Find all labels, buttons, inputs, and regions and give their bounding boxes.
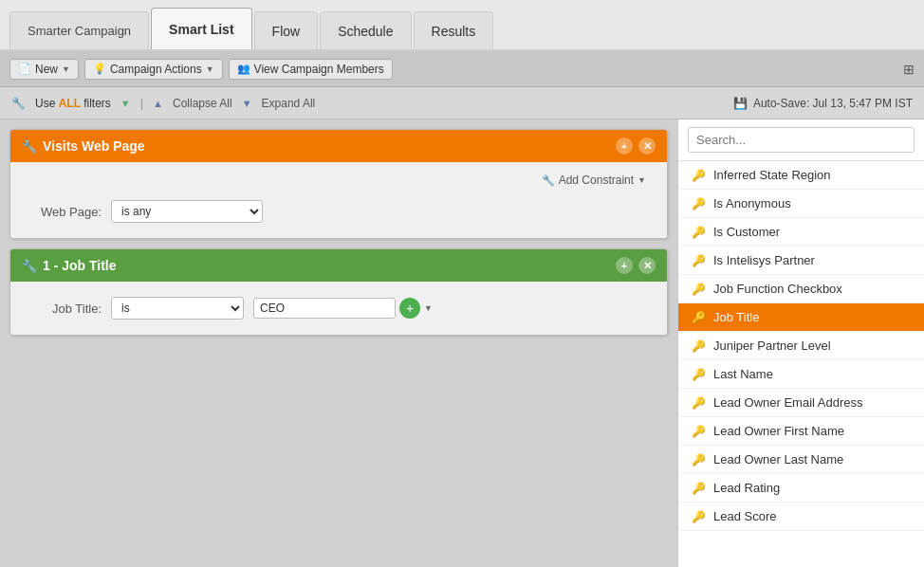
list-item-last-name[interactable]: 🔑 Last Name bbox=[678, 360, 924, 389]
item-icon-0: 🔑 bbox=[692, 169, 706, 182]
list-item-lead-owner-first[interactable]: 🔑 Lead Owner First Name bbox=[678, 417, 924, 446]
filter-1-close-btn[interactable]: ✕ bbox=[638, 137, 656, 155]
filter-icon: 🔧 bbox=[11, 97, 26, 110]
filter-toggle-icon[interactable]: ▼ bbox=[120, 98, 131, 109]
tab-smarter-campaign[interactable]: Smarter Campaign bbox=[9, 11, 149, 49]
filter-2-title: 1 - Job Title bbox=[43, 258, 610, 273]
job-title-add-value-btn[interactable]: + bbox=[399, 298, 420, 319]
job-title-operator[interactable]: is bbox=[111, 297, 244, 320]
add-constraint-btn[interactable]: 🔧 Add Constraint ▼ bbox=[536, 172, 652, 189]
item-icon-2: 🔑 bbox=[692, 226, 706, 239]
item-icon-1: 🔑 bbox=[692, 197, 706, 210]
item-icon-5: 🔑 bbox=[692, 311, 706, 324]
floppy-icon: 💾 bbox=[733, 97, 748, 110]
autosave-label: Auto-Save: Jul 13, 5:47 PM IST bbox=[753, 97, 913, 110]
new-button[interactable]: 📄 New ▼ bbox=[9, 59, 79, 80]
toolbar: 📄 New ▼ 💡 Campaign Actions ▼ 👥 View Camp… bbox=[0, 51, 924, 87]
filter-separator: | bbox=[140, 96, 143, 110]
list-item-inferred-state[interactable]: 🔑 Inferred State Region bbox=[678, 161, 924, 190]
expand-all-link[interactable]: Expand All bbox=[262, 97, 316, 110]
expand-icon: ▼ bbox=[242, 98, 252, 109]
filter-1-header: 🔧 Visits Web Page + ✕ bbox=[10, 130, 667, 162]
new-icon: 📄 bbox=[18, 63, 31, 75]
list-item-lead-score[interactable]: 🔑 Lead Score bbox=[678, 503, 924, 531]
tab-schedule[interactable]: Schedule bbox=[320, 11, 411, 49]
top-tabs: Smarter Campaign Smart List Flow Schedul… bbox=[0, 0, 924, 51]
job-title-value-arrow[interactable]: ▼ bbox=[424, 303, 433, 313]
tab-smart-list[interactable]: Smart List bbox=[151, 8, 251, 49]
item-icon-11: 🔑 bbox=[692, 482, 706, 495]
add-constraint-arrow[interactable]: ▼ bbox=[638, 175, 646, 185]
tab-results[interactable]: Results bbox=[414, 11, 494, 49]
list-item-lead-owner-last[interactable]: 🔑 Lead Owner Last Name bbox=[678, 446, 924, 474]
main-area: 🔧 Visits Web Page + ✕ 🔧 Add Constraint ▼… bbox=[0, 119, 924, 567]
list-item-job-function[interactable]: 🔑 Job Function Checkbox bbox=[678, 275, 924, 303]
filter-1-body: 🔧 Add Constraint ▼ Web Page: is any bbox=[10, 162, 667, 238]
web-page-label: Web Page: bbox=[26, 205, 102, 219]
filter-2-close-btn[interactable]: ✕ bbox=[638, 257, 656, 274]
list-item-juniper[interactable]: 🔑 Juniper Partner Level bbox=[678, 332, 924, 360]
item-icon-3: 🔑 bbox=[692, 254, 706, 267]
list-item-is-customer[interactable]: 🔑 Is Customer bbox=[678, 218, 924, 247]
list-item-lead-owner-email[interactable]: 🔑 Lead Owner Email Address bbox=[678, 389, 924, 417]
constraint-icon: 🔧 bbox=[542, 174, 555, 187]
item-icon-4: 🔑 bbox=[692, 283, 706, 296]
collapse-icon: ▲ bbox=[153, 98, 163, 109]
filter-2-add-btn[interactable]: + bbox=[616, 257, 633, 274]
filter-1-row: Web Page: is any bbox=[26, 194, 652, 229]
list-item-is-anonymous[interactable]: 🔑 Is Anonymous bbox=[678, 190, 924, 218]
filter-1-add-btn[interactable]: + bbox=[616, 137, 633, 155]
filter-1-icon: 🔧 bbox=[22, 139, 37, 154]
item-icon-12: 🔑 bbox=[692, 510, 706, 523]
item-icon-6: 🔑 bbox=[692, 339, 706, 353]
campaign-actions-button[interactable]: 💡 Campaign Actions ▼ bbox=[84, 59, 223, 80]
job-title-label: Job Title: bbox=[26, 302, 102, 316]
filter-2-row: Job Title: is + ▼ bbox=[26, 291, 652, 325]
filter-2-body: Job Title: is + ▼ bbox=[10, 282, 667, 335]
filter-2-actions: + ✕ bbox=[616, 257, 656, 274]
list-items: 🔑 Inferred State Region 🔑 Is Anonymous 🔑… bbox=[678, 161, 924, 567]
item-icon-10: 🔑 bbox=[692, 453, 706, 466]
collapse-all-link[interactable]: Collapse All bbox=[173, 97, 232, 110]
add-constraint-row: 🔧 Add Constraint ▼ bbox=[26, 172, 652, 189]
filter-2-header: 🔧 1 - Job Title + ✕ bbox=[10, 249, 667, 282]
job-title-value-container: + ▼ bbox=[253, 298, 433, 319]
left-panel: 🔧 Visits Web Page + ✕ 🔧 Add Constraint ▼… bbox=[0, 119, 677, 567]
job-title-input[interactable] bbox=[253, 298, 396, 319]
item-icon-8: 🔑 bbox=[692, 396, 706, 410]
item-icon-9: 🔑 bbox=[692, 425, 706, 438]
view-members-button[interactable]: 👥 View Campaign Members bbox=[229, 59, 393, 80]
all-label: ALL bbox=[59, 97, 83, 110]
filter-2-icon: 🔧 bbox=[22, 259, 37, 273]
filter-1-title: Visits Web Page bbox=[43, 138, 610, 154]
filter-1-actions: + ✕ bbox=[616, 137, 656, 155]
list-item-job-title[interactable]: 🔑 Job Title bbox=[678, 303, 924, 332]
tab-flow[interactable]: Flow bbox=[254, 11, 319, 49]
filter-block-1: 🔧 Visits Web Page + ✕ 🔧 Add Constraint ▼… bbox=[9, 129, 668, 239]
filter-block-2: 🔧 1 - Job Title + ✕ Job Title: is + ▼ bbox=[9, 248, 668, 336]
list-item-is-intelisys[interactable]: 🔑 Is Intelisys Partner bbox=[678, 247, 924, 275]
new-dropdown-arrow[interactable]: ▼ bbox=[62, 64, 70, 74]
list-item-lead-rating[interactable]: 🔑 Lead Rating bbox=[678, 474, 924, 503]
use-label: Use ALL filters bbox=[35, 97, 111, 110]
members-icon: 👥 bbox=[237, 63, 250, 75]
campaign-actions-icon: 💡 bbox=[93, 63, 106, 75]
web-page-operator[interactable]: is any bbox=[111, 200, 263, 223]
right-panel: 🔑 Inferred State Region 🔑 Is Anonymous 🔑… bbox=[677, 119, 924, 567]
window-icon: ⊞ bbox=[903, 62, 915, 77]
filter-bar: 🔧 Use ALL filters ▼ | ▲ Collapse All ▼ E… bbox=[0, 87, 924, 119]
search-box bbox=[678, 119, 924, 161]
item-icon-7: 🔑 bbox=[692, 368, 706, 381]
search-input[interactable] bbox=[688, 127, 915, 153]
campaign-actions-dropdown-arrow[interactable]: ▼ bbox=[206, 64, 214, 74]
